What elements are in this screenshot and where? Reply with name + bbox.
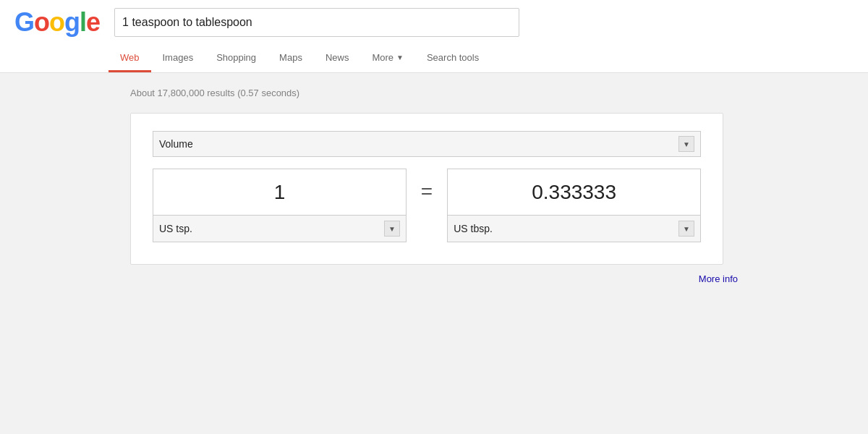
search-box (114, 8, 519, 37)
more-dropdown-icon: ▼ (396, 54, 404, 61)
category-label: Volume (159, 138, 678, 150)
logo-letter-o2: o (49, 7, 64, 37)
tab-search-tools-label: Search tools (427, 52, 479, 63)
output-unit-arrow-icon: ▼ (678, 221, 694, 237)
logo-letter-l: l (80, 7, 86, 37)
tab-images[interactable]: Images (151, 45, 205, 72)
input-unit-select[interactable]: US tsp. ▼ (153, 215, 407, 242)
category-dropdown-arrow: ▼ (678, 136, 694, 152)
converter-inputs: US tsp. ▼ = US tbsp. ▼ (153, 169, 701, 242)
tab-news[interactable]: News (314, 45, 361, 72)
input-group-left: US tsp. ▼ (153, 169, 407, 242)
tab-more[interactable]: More ▼ (360, 45, 415, 72)
logo-letter-g: G (14, 7, 34, 37)
input-value-field[interactable] (162, 181, 397, 204)
logo-letter-o1: o (34, 7, 49, 37)
header: Google Web Images Shopping Maps News Mor… (0, 0, 868, 73)
tab-shopping-label: Shopping (216, 52, 256, 63)
more-info-link[interactable]: More info (699, 273, 738, 284)
output-value-box (447, 169, 701, 215)
nav-tabs: Web Images Shopping Maps News More ▼ Sea… (109, 45, 854, 72)
tab-maps[interactable]: Maps (268, 45, 314, 72)
tab-shopping[interactable]: Shopping (205, 45, 268, 72)
input-group-right: US tbsp. ▼ (447, 169, 701, 242)
tab-web-label: Web (120, 52, 140, 63)
output-value-field[interactable] (456, 181, 692, 204)
output-unit-select[interactable]: US tbsp. ▼ (447, 215, 701, 242)
logo-letter-g2: g (64, 7, 80, 37)
tab-news-label: News (326, 52, 349, 63)
volume-row: Volume ▼ (153, 131, 701, 157)
tab-more-label: More (372, 52, 393, 63)
input-unit-arrow-icon: ▼ (384, 221, 400, 237)
tab-images-label: Images (163, 52, 194, 63)
logo-letter-e: e (86, 7, 100, 37)
tab-maps-label: Maps (279, 52, 302, 63)
google-logo[interactable]: Google (14, 7, 100, 38)
input-value-box (153, 169, 407, 215)
equals-sign: = (407, 180, 447, 231)
search-input[interactable] (122, 16, 511, 29)
content: About 17,800,000 results (0.57 seconds) … (0, 73, 868, 299)
results-count: About 17,800,000 results (0.57 seconds) (130, 88, 738, 98)
header-top: Google (14, 7, 854, 45)
converter-card: Volume ▼ US tsp. ▼ = (130, 113, 723, 265)
more-info-row: More info (130, 272, 738, 285)
tab-search-tools[interactable]: Search tools (415, 45, 490, 72)
tab-web[interactable]: Web (109, 45, 151, 72)
output-unit-label: US tbsp. (454, 223, 678, 234)
input-unit-label: US tsp. (159, 223, 384, 234)
category-select[interactable]: Volume ▼ (153, 131, 701, 157)
